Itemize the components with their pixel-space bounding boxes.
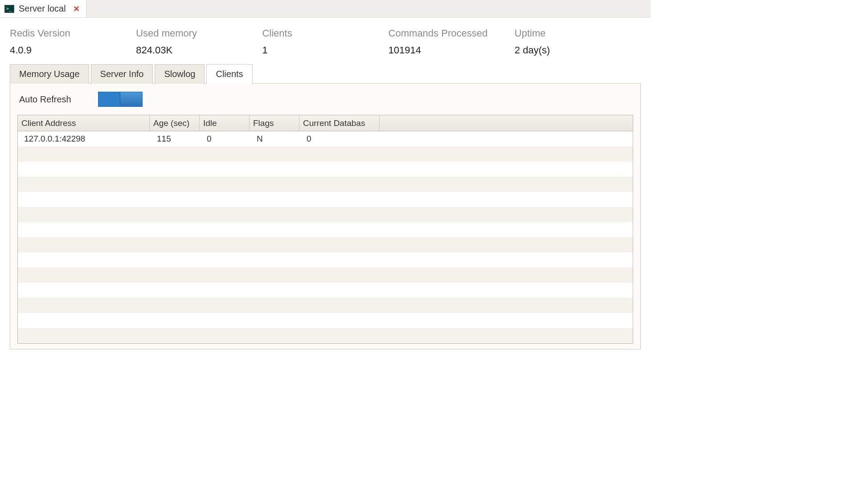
table-row-empty	[18, 252, 633, 268]
table-row-empty	[18, 283, 633, 298]
table-row-empty	[18, 177, 633, 192]
stats-row: Redis Version 4.0.9 Used memory 824.03K …	[0, 18, 651, 64]
col-idle[interactable]: Idle	[200, 115, 250, 131]
tab-server-info[interactable]: Server Info	[91, 64, 153, 84]
terminal-icon: >_	[4, 5, 14, 13]
tab-slowlog[interactable]: Slowlog	[155, 64, 205, 84]
table-row-empty	[18, 313, 633, 328]
table-row-empty	[18, 268, 633, 283]
stat-used-memory: Used memory 824.03K	[136, 28, 262, 56]
table-row-empty	[18, 192, 633, 207]
cell-idle: 0	[200, 132, 250, 146]
close-icon[interactable]: ✕	[73, 4, 80, 14]
table-row-empty	[18, 207, 633, 222]
table-row-empty	[18, 222, 633, 237]
auto-refresh-label: Auto Refresh	[19, 94, 71, 105]
cell-client-address: 127.0.0.1:42298	[18, 132, 150, 146]
cell-age: 115	[150, 132, 200, 146]
col-age[interactable]: Age (sec)	[150, 115, 200, 131]
col-current-database[interactable]: Current Databas	[299, 115, 380, 131]
stat-label: Uptime	[515, 28, 641, 39]
auto-refresh-row: Auto Refresh	[17, 92, 633, 107]
stat-value: 1	[262, 45, 388, 56]
stat-redis-version: Redis Version 4.0.9	[10, 28, 136, 56]
stat-value: 4.0.9	[10, 45, 136, 56]
cell-spacer	[380, 137, 633, 141]
col-client-address[interactable]: Client Address	[18, 115, 150, 131]
server-tab-label: Server local	[19, 4, 66, 14]
tab-clients[interactable]: Clients	[206, 64, 252, 84]
table-row-empty	[18, 237, 633, 252]
stat-label: Clients	[262, 28, 388, 39]
clients-panel: Auto Refresh Client Address Age (sec) Id…	[10, 84, 641, 349]
server-window: >_ Server local ✕ Redis Version 4.0.9 Us…	[0, 0, 651, 349]
stat-value: 101914	[389, 45, 515, 56]
stat-clients: Clients 1	[262, 28, 388, 56]
window-tabbar: >_ Server local ✕	[0, 0, 651, 18]
stat-value: 2 day(s)	[515, 45, 641, 56]
auto-refresh-toggle[interactable]	[98, 92, 143, 107]
server-tab[interactable]: >_ Server local ✕	[0, 0, 86, 17]
stat-label: Commands Processed	[389, 28, 515, 39]
table-row-empty	[18, 328, 633, 343]
table-header-row: Client Address Age (sec) Idle Flags Curr…	[18, 115, 633, 131]
stat-label: Used memory	[136, 28, 262, 39]
subtab-bar: Memory Usage Server Info Slowlog Clients	[0, 64, 651, 84]
col-flags[interactable]: Flags	[250, 115, 299, 131]
col-spacer	[380, 115, 633, 131]
stat-value: 824.03K	[136, 45, 262, 56]
toggle-knob	[120, 92, 142, 106]
table-row-empty	[18, 162, 633, 177]
table-row-empty	[18, 298, 633, 313]
stat-uptime: Uptime 2 day(s)	[515, 28, 641, 56]
clients-table: Client Address Age (sec) Idle Flags Curr…	[17, 115, 633, 344]
cell-flags: N	[250, 132, 299, 146]
tab-memory-usage[interactable]: Memory Usage	[10, 64, 89, 84]
table-body: 127.0.0.1:422981150N0	[18, 131, 633, 343]
stat-label: Redis Version	[10, 28, 136, 39]
stat-commands-processed: Commands Processed 101914	[389, 28, 515, 56]
cell-current-database: 0	[299, 132, 380, 146]
table-row[interactable]: 127.0.0.1:422981150N0	[18, 131, 633, 146]
table-row-empty	[18, 146, 633, 162]
